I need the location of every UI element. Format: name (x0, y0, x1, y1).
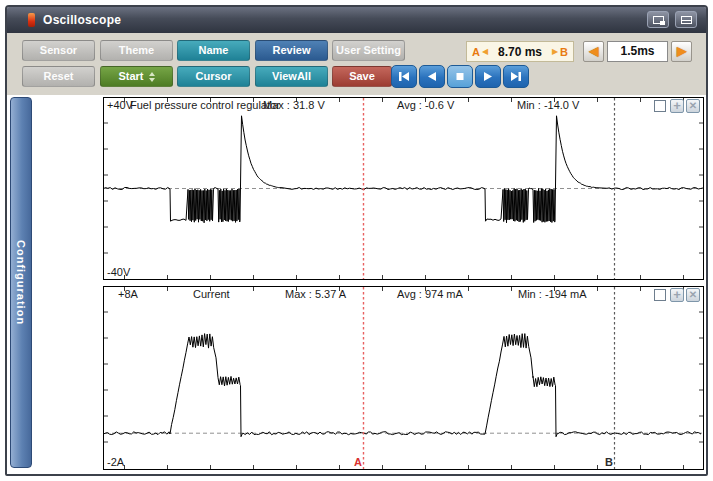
scale-top-label: +8A (118, 288, 138, 300)
oscilloscope-app-icon (28, 13, 35, 27)
channel-2-current: +8A Current Max : 5.37 A Avg : 974 mA Mi… (103, 286, 704, 470)
timebase-value[interactable]: 1.5ms (607, 41, 668, 62)
configuration-tab[interactable]: Configuration (10, 97, 32, 468)
channel-close-button[interactable]: ✕ (686, 288, 700, 302)
a-marker-label: A (472, 46, 480, 58)
window-restore-icon[interactable] (647, 11, 669, 28)
channel-name-label: Fuel pressure control regulator (130, 99, 280, 111)
cursor-b-label[interactable]: B (605, 456, 613, 468)
b-marker-label: B (560, 46, 568, 58)
window-minimize-icon[interactable] (675, 11, 697, 28)
stop-button[interactable] (447, 65, 473, 88)
left-triangle-icon: ◀ (480, 47, 490, 56)
timebase-decrease-button[interactable]: ◀ (583, 41, 604, 62)
min-value-label: Min : -194 mA (518, 288, 586, 300)
skip-to-start-button[interactable] (391, 65, 417, 88)
channel-plot-area[interactable] (103, 286, 704, 470)
transport-controls (391, 65, 529, 88)
min-value-label: Min : -14.0 V (517, 99, 579, 111)
play-button[interactable] (475, 65, 501, 88)
reset-button[interactable]: Reset (22, 66, 95, 87)
user-setting-button[interactable]: User Setting (332, 40, 405, 61)
max-value-label: Max : 5.37 A (285, 288, 346, 300)
cursor-delta-readout: A ◀ 8.70 ms ▶ B (466, 41, 574, 62)
channel-plot-area[interactable] (103, 97, 704, 280)
cursor-a-label[interactable]: A (354, 456, 362, 468)
save-button[interactable]: Save (332, 66, 392, 87)
start-button[interactable]: Start (100, 66, 173, 87)
configuration-tab-label: Configuration (15, 240, 27, 325)
timebase-increase-button[interactable]: ▶ (671, 41, 692, 62)
skip-to-end-button[interactable] (503, 65, 529, 88)
viewall-button[interactable]: ViewAll (255, 66, 328, 87)
skip-to-start-icon (397, 71, 411, 82)
scale-bottom-label: -2A (107, 456, 124, 468)
titlebar: Oscilloscope (7, 7, 706, 33)
play-icon (481, 71, 495, 82)
oscilloscope-window: Oscilloscope Sensor Theme Name Review Us… (5, 5, 708, 476)
start-spinner-icon[interactable] (149, 72, 155, 82)
sensor-button[interactable]: Sensor (22, 40, 95, 61)
scale-bottom-label: -40V (107, 266, 130, 278)
step-back-icon (425, 71, 439, 82)
channel-name-label: Current (193, 288, 230, 300)
window-title: Oscilloscope (43, 13, 121, 27)
channel-display-checkbox[interactable] (654, 100, 666, 112)
avg-value-label: Avg : 974 mA (397, 288, 463, 300)
channel-close-button[interactable]: ✕ (686, 99, 700, 113)
skip-to-end-icon (509, 71, 523, 82)
max-value-label: Max : 31.8 V (263, 99, 325, 111)
channel-display-checkbox[interactable] (654, 289, 666, 301)
theme-button[interactable]: Theme (100, 40, 173, 61)
cursor-button[interactable]: Cursor (177, 66, 250, 87)
step-back-button[interactable] (419, 65, 445, 88)
channel-add-button[interactable]: + (670, 99, 684, 113)
avg-value-label: Avg : -0.6 V (397, 99, 454, 111)
right-triangle-icon: ▶ (550, 47, 560, 56)
scope-display-area: Configuration +40V Fuel pressure control… (7, 95, 706, 474)
review-button[interactable]: Review (255, 40, 328, 61)
toolbar: Sensor Theme Name Review User Setting Re… (7, 33, 706, 95)
channel-add-button[interactable]: + (670, 288, 684, 302)
name-button[interactable]: Name (177, 40, 250, 61)
stop-icon (453, 71, 467, 82)
channel-1-voltage: +40V Fuel pressure control regulator Max… (103, 97, 704, 280)
cursor-delta-value: 8.70 ms (490, 45, 550, 59)
